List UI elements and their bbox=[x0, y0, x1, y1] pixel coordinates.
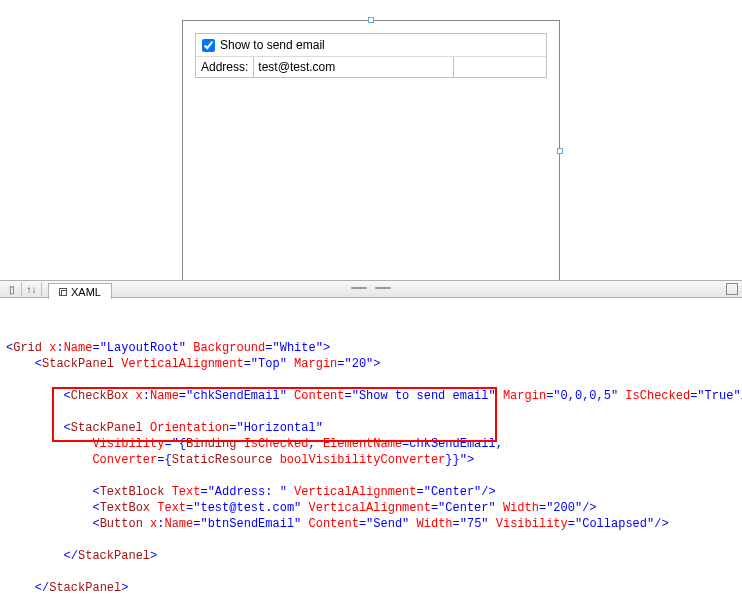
xaml-icon bbox=[59, 288, 67, 296]
tab-label: XAML bbox=[71, 286, 101, 298]
show-send-email-checkbox[interactable] bbox=[202, 39, 215, 52]
expand-pane-icon[interactable] bbox=[726, 283, 738, 295]
designer-canvas[interactable]: Show to send email Address: bbox=[182, 20, 560, 282]
swap-panes-icon[interactable]: ↑↓ bbox=[22, 282, 42, 296]
resize-handle-right[interactable] bbox=[557, 148, 563, 154]
designer-preview: Show to send email Address: bbox=[0, 0, 742, 280]
designer-splitter-bar[interactable]: ▯ ↑↓ XAML bbox=[0, 280, 742, 298]
address-input[interactable] bbox=[256, 59, 451, 75]
resize-handle-top[interactable] bbox=[368, 17, 374, 23]
address-row: Address: bbox=[196, 57, 546, 77]
button-placeholder bbox=[454, 57, 546, 77]
tab-xaml[interactable]: XAML bbox=[48, 283, 112, 299]
xaml-code-editor[interactable]: <Grid x:Name="LayoutRoot" Background="Wh… bbox=[0, 298, 742, 595]
address-label: Address: bbox=[196, 57, 254, 77]
checkbox-label: Show to send email bbox=[220, 38, 325, 52]
pane-toggle-1-icon[interactable]: ▯ bbox=[2, 282, 22, 296]
form-panel: Show to send email Address: bbox=[195, 33, 547, 78]
checkbox-row: Show to send email bbox=[196, 34, 546, 57]
splitter-gripper-icon[interactable] bbox=[351, 287, 391, 291]
